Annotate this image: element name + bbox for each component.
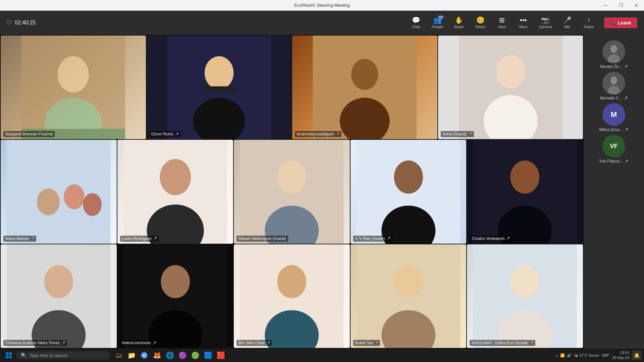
sidebar-participant-necdet[interactable]: Necdet Öz... 🎤 bbox=[586, 40, 641, 69]
svg-point-1 bbox=[58, 56, 89, 93]
share-icon: ↑ bbox=[587, 17, 590, 23]
mic-on-icon-anna: 🎤 bbox=[468, 132, 472, 136]
participant-name-cvrao: C V Rao (Guest) 🎤 bbox=[353, 236, 392, 242]
participant-name-margaret: Margaret Brennan Fournet bbox=[3, 131, 55, 137]
taskbar-app-edge[interactable]: 🌐 bbox=[164, 349, 176, 361]
leave-button[interactable]: 📞 Leave bbox=[604, 17, 637, 28]
svg-rect-56 bbox=[9, 356, 12, 358]
share-button[interactable]: ↑ Share bbox=[579, 15, 599, 31]
chat-icon: 💬 bbox=[412, 17, 420, 23]
view-icon: ⊞ bbox=[499, 17, 505, 23]
participant-video-chaitra bbox=[467, 140, 583, 243]
taskbar: 🔍 Type here to search 🗂 📁 🦊 🌐 🟣 🟢 🟦 🟥 ∧ … bbox=[0, 349, 644, 362]
svg-point-33 bbox=[44, 265, 73, 298]
sidebar-participant-milica[interactable]: M Milica (Gue... 🎤 bbox=[586, 103, 641, 132]
taskbar-app-firefox[interactable]: 🦊 bbox=[151, 349, 163, 361]
svg-rect-53 bbox=[6, 352, 8, 355]
video-tile-maria[interactable]: Maria Batista 🎤 bbox=[1, 140, 117, 243]
participant-video-cristiana bbox=[1, 244, 117, 348]
video-tile-laura[interactable]: Laura Rodriguez 🎤 bbox=[117, 140, 233, 243]
react-label: React bbox=[476, 25, 485, 29]
taskbar-app-viber[interactable]: 🟣 bbox=[176, 349, 189, 361]
mic-icon: 🎤 bbox=[563, 17, 572, 23]
taskbar-app-chrome[interactable] bbox=[138, 349, 150, 361]
tray-chevron[interactable]: ∧ bbox=[555, 353, 558, 358]
clock-date: 20-Sep-23 bbox=[612, 355, 629, 360]
system-tray: ∧ 📶 🔊 bbox=[555, 353, 572, 358]
svg-point-30 bbox=[511, 161, 540, 194]
more-label: More bbox=[519, 25, 528, 29]
video-tile-anna[interactable]: Anna (Guest) 🎤 bbox=[438, 36, 583, 139]
participant-video-maria bbox=[1, 140, 117, 243]
video-tile-cristiana[interactable]: Cristiana Andreia Vieira Torres 🎤 bbox=[1, 244, 117, 348]
mic-on-icon-helena: 🎤 bbox=[152, 341, 156, 345]
timer-display: 02:40:25 bbox=[15, 20, 36, 26]
taskbar-search-box[interactable]: 🔍 Type here to search bbox=[16, 351, 110, 359]
taskbar-app-whatsapp[interactable]: 🟢 bbox=[189, 349, 201, 361]
window-title: EcoPlastiC Steering Meeting bbox=[294, 3, 350, 8]
people-button[interactable]: 👥 19 People bbox=[427, 15, 447, 31]
sidebar-participant-vuk[interactable]: VF Vuk Filipovi... 🎤 bbox=[586, 135, 641, 164]
video-tile-ozren[interactable]: Ozren Runic 🎤 bbox=[147, 36, 292, 139]
mic-on-icon-cvrao: 🎤 bbox=[386, 237, 390, 240]
video-tile-buket[interactable]: Buket Tas 🎤 bbox=[351, 244, 467, 348]
toolbar: 🛡 02:40:25 💬 Chat 👥 19 People ✋ Raise 😊 … bbox=[0, 11, 644, 35]
taskbar-app-explorer[interactable]: 🗂 bbox=[113, 349, 125, 361]
video-tile-cvrao[interactable]: C V Rao (Guest) 🎤 bbox=[351, 140, 467, 243]
sidebar-name-milica: Milica (Gue... 🎤 bbox=[599, 127, 629, 132]
svg-point-59 bbox=[143, 354, 145, 356]
close-button[interactable]: ✕ bbox=[629, 0, 644, 11]
participant-video-buket bbox=[351, 244, 467, 348]
system-clock[interactable]: 13:51 20-Sep-23 bbox=[612, 350, 629, 361]
mic-button[interactable]: 🎤 Mic bbox=[557, 15, 577, 31]
sidebar-name-vuk: Vuk Filipovi... 🎤 bbox=[599, 159, 629, 164]
windows-logo-icon bbox=[6, 352, 12, 358]
svg-point-27 bbox=[394, 161, 423, 194]
mic-label: Mic bbox=[565, 25, 570, 29]
participant-name-cristiana: Cristiana Andreia Vieira Torres 🎤 bbox=[3, 340, 67, 346]
notification-button[interactable]: 🔔 bbox=[632, 351, 641, 360]
tray-volume[interactable]: 🔊 bbox=[567, 353, 572, 358]
raise-button[interactable]: ✋ Raise bbox=[449, 15, 469, 31]
sidebar-name-michelle: Michelle C... 🎤 bbox=[600, 96, 628, 101]
chat-button[interactable]: 💬 Chat bbox=[406, 15, 426, 31]
camera-button[interactable]: 📷 Camera bbox=[535, 15, 556, 31]
taskbar-app-powerpoint[interactable]: 🟥 bbox=[215, 349, 227, 361]
svg-rect-16 bbox=[7, 140, 110, 243]
participant-name-helena: helena.koninckx 🎤 bbox=[120, 340, 158, 346]
video-grid: Margaret Brennan Fournet Ozren Runic 🎤 bbox=[0, 35, 584, 349]
people-label: People bbox=[432, 25, 443, 29]
start-button[interactable] bbox=[3, 349, 15, 361]
mic-on-icon-chaitra: 🎤 bbox=[506, 237, 510, 240]
react-button[interactable]: 😊 React bbox=[470, 15, 490, 31]
mic-on-icon-zeliha: 🎤 bbox=[529, 341, 533, 345]
video-tile-margaret[interactable]: Margaret Brennan Fournet bbox=[1, 36, 146, 139]
video-tile-kiran[interactable]: kiranreddy.baddigam 🎤 bbox=[292, 36, 437, 139]
view-button[interactable]: ⊞ View bbox=[492, 15, 512, 31]
restore-button[interactable]: ❐ bbox=[613, 0, 629, 11]
sidebar-initial-milica: M bbox=[611, 110, 617, 119]
sidebar-name-necdet: Necdet Öz... 🎤 bbox=[600, 64, 628, 69]
more-button[interactable]: ••• More bbox=[513, 15, 533, 31]
leave-label: Leave bbox=[618, 20, 631, 25]
video-tile-zeliha[interactable]: A00314647: Zeliha Ece Ozcelik 🎤 bbox=[467, 244, 583, 348]
taskbar-app-files[interactable]: 📁 bbox=[125, 349, 138, 361]
video-tile-chaitra[interactable]: Chaitra Venkatesh 🎤 bbox=[467, 140, 583, 243]
svg-point-36 bbox=[161, 265, 190, 298]
sidebar-participant-michelle[interactable]: Michelle C... 🎤 bbox=[586, 72, 641, 101]
weather-text: 27°C Sunny bbox=[579, 353, 599, 357]
more-icon: ••• bbox=[520, 17, 527, 23]
leave-phone-icon: 📞 bbox=[610, 20, 616, 25]
video-tile-helena[interactable]: helena.koninckx 🎤 bbox=[117, 244, 233, 348]
sidebar-initial-vuk: VF bbox=[610, 143, 618, 150]
svg-point-39 bbox=[277, 265, 307, 298]
taskbar-app-teams[interactable]: 🟦 bbox=[202, 349, 214, 361]
mic-on-icon-borshine: 🎤 bbox=[266, 341, 270, 345]
participant-name-borshine: Bor Shin Chee 🎤 bbox=[236, 340, 272, 346]
video-tile-borshine[interactable]: Bor Shin Chee 🎤 bbox=[234, 244, 350, 348]
clock-time: 13:51 bbox=[612, 350, 629, 355]
video-tile-mikael[interactable]: Mikael Hedenqvist (Guest) bbox=[234, 140, 350, 243]
participant-name-buket: Buket Tas 🎤 bbox=[353, 340, 380, 346]
minimize-button[interactable]: — bbox=[598, 0, 613, 11]
svg-point-19 bbox=[83, 193, 102, 216]
